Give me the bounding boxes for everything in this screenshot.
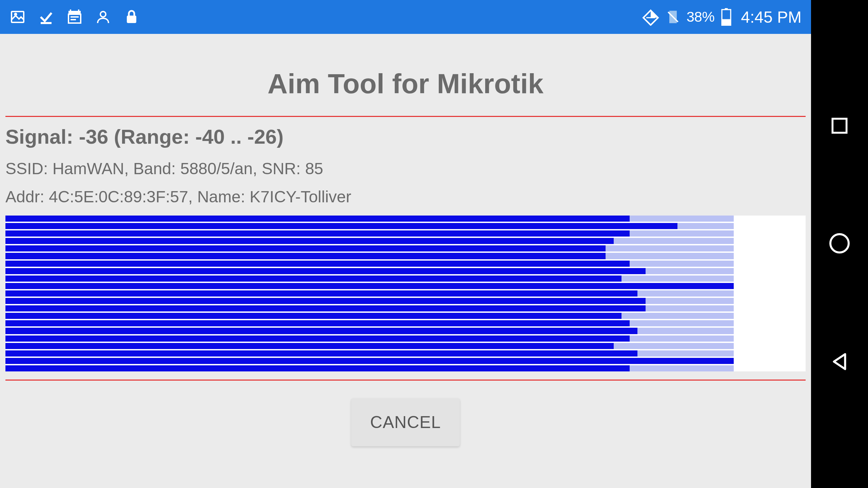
svg-point-11	[830, 234, 849, 252]
chart-row	[5, 365, 806, 371]
chart-row	[5, 283, 806, 289]
chart-row	[5, 245, 806, 251]
chart-row	[5, 268, 806, 274]
chart-row	[5, 223, 806, 229]
chart-row	[5, 328, 806, 334]
no-sim-icon	[666, 9, 680, 24]
chart-row	[5, 320, 806, 326]
svg-rect-9	[722, 19, 731, 26]
info-ssid-line: SSID: HamWAN, Band: 5880/5/an, SNR: 85	[5, 159, 806, 178]
android-nav-bar	[811, 0, 868, 488]
signal-history-chart	[5, 216, 806, 371]
chart-row	[5, 230, 806, 237]
divider-top	[5, 116, 806, 117]
chart-row	[5, 276, 806, 282]
status-bar: 38% 4:45 PM	[0, 0, 811, 34]
main-content: Aim Tool for Mikrotik Signal: -36 (Range…	[0, 34, 811, 488]
chart-row	[5, 298, 806, 304]
chart-row	[5, 216, 806, 222]
recent-apps-button[interactable]	[829, 115, 850, 136]
signal-line: Signal: -36 (Range: -40 .. -26)	[5, 125, 806, 148]
chart-row	[5, 313, 806, 319]
svg-rect-3	[71, 16, 79, 18]
wifi-icon	[642, 8, 659, 26]
chart-row	[5, 290, 806, 297]
check-underline-icon	[38, 9, 54, 25]
chart-row	[5, 343, 806, 349]
chart-row	[5, 358, 806, 364]
divider-bottom	[5, 380, 806, 381]
svg-point-1	[15, 13, 16, 15]
chart-row	[5, 336, 806, 342]
lock-icon	[123, 9, 140, 25]
chart-row	[5, 253, 806, 259]
clock: 4:45 PM	[741, 8, 802, 26]
image-icon	[9, 9, 26, 25]
svg-rect-10	[832, 119, 846, 133]
cancel-button[interactable]: CANCEL	[351, 398, 460, 446]
home-button[interactable]	[827, 231, 852, 256]
info-addr-line: Addr: 4C:5E:0C:89:3F:57, Name: K7ICY-Tol…	[5, 187, 806, 206]
chart-row	[5, 261, 806, 267]
person-icon	[95, 9, 111, 25]
battery-pct: 38%	[687, 9, 715, 25]
svg-rect-4	[71, 19, 76, 20]
calendar-icon	[66, 9, 83, 25]
battery-icon	[721, 8, 732, 26]
svg-point-5	[100, 12, 106, 17]
page-title: Aim Tool for Mikrotik	[5, 68, 806, 100]
chart-row	[5, 238, 806, 244]
back-button[interactable]	[828, 350, 851, 373]
svg-rect-6	[127, 16, 136, 23]
svg-rect-2	[68, 14, 81, 23]
chart-row	[5, 305, 806, 311]
chart-row	[5, 350, 806, 357]
